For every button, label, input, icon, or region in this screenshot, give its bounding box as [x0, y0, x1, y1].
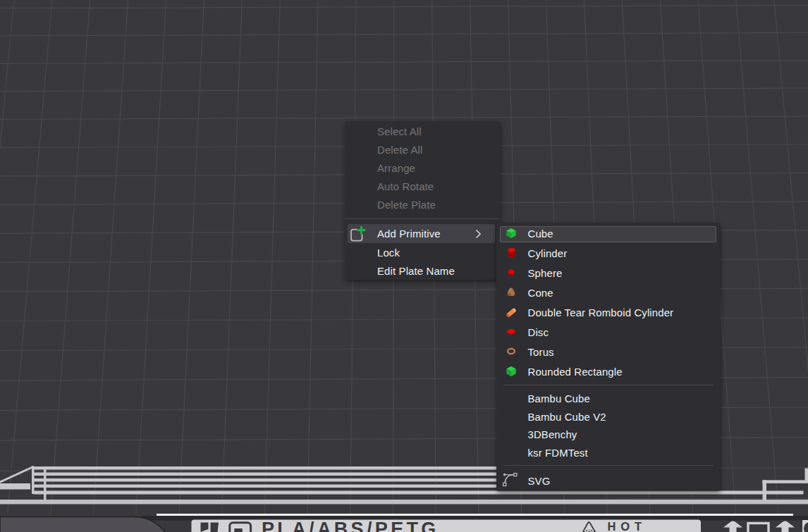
svg-text:HOT: HOT [608, 520, 647, 532]
svg-text:PLA/ABS/PETG: PLA/ABS/PETG [262, 519, 439, 532]
